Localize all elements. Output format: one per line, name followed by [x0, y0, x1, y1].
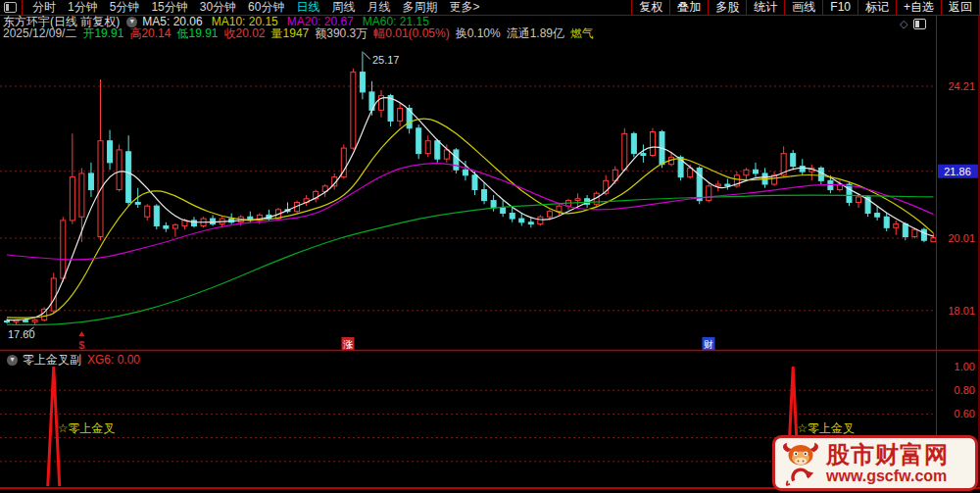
button-返回[interactable]: 返回 — [942, 0, 980, 15]
info-field: 开19.91 — [82, 27, 123, 39]
row2-icons: ◇ — [900, 18, 926, 30]
period-tabs: 分时1分钟5分钟15分钟30分钟60分钟日线周线月线多周期更多> — [26, 0, 485, 15]
trading-app-window: 分时1分钟5分钟15分钟30分钟60分钟日线周线月线多周期更多> 复权叠加多股统… — [0, 0, 980, 493]
info-field: 量1947 — [271, 27, 310, 39]
indicator-name: 零上金叉副 — [23, 354, 81, 367]
panel-layout-icon[interactable] — [913, 19, 926, 29]
tab-5分钟[interactable]: 5分钟 — [104, 0, 146, 15]
candlestick-chart[interactable] — [0, 40, 935, 350]
toolbar-divider — [22, 0, 23, 15]
svg-text:0.60: 0.60 — [955, 408, 975, 419]
info-field: 幅0.01(0.05%) — [373, 27, 449, 39]
watermark: 股市财富网 www.gscfw.com — [772, 435, 978, 491]
tab-60分钟[interactable]: 60分钟 — [242, 0, 290, 15]
toolbar-buttons: 复权叠加多股统计画线F10标记+自选返回 — [631, 0, 980, 15]
tab-周线[interactable]: 周线 — [325, 0, 361, 15]
svg-text:☆零上金叉: ☆零上金叉 — [58, 421, 116, 435]
button-叠加[interactable]: 叠加 — [670, 0, 709, 15]
tab-月线[interactable]: 月线 — [361, 0, 396, 15]
button-F10[interactable]: F10 — [823, 0, 858, 15]
button-多股[interactable]: 多股 — [709, 0, 747, 15]
info-field: 收20.02 — [224, 27, 266, 39]
button-画线[interactable]: 画线 — [785, 0, 823, 15]
svg-text:20.01: 20.01 — [948, 232, 975, 244]
bull-logo-icon — [779, 440, 822, 487]
info-field: 流通1.89亿 — [507, 27, 564, 39]
info-field: 换0.10% — [456, 27, 501, 39]
svg-text:0.80: 0.80 — [955, 384, 975, 396]
toolbar: 分时1分钟5分钟15分钟30分钟60分钟日线周线月线多周期更多> 复权叠加多股统… — [0, 0, 980, 16]
subpanel-header: ▾ 零上金叉副 XG6: 0.00 — [2, 354, 140, 367]
tab-日线[interactable]: 日线 — [290, 0, 325, 15]
button-+自选[interactable]: +自选 — [897, 0, 942, 15]
diamond-icon[interactable]: ◇ — [900, 18, 907, 30]
info-field: 2025/12/09/二 — [3, 27, 76, 39]
button-复权[interactable]: 复权 — [632, 0, 670, 15]
info-field: 高20.14 — [129, 27, 171, 39]
ohlc-info-row: 2025/12/09/二开19.91高20.14低19.91收20.02量194… — [3, 27, 600, 39]
info-field: 燃气 — [570, 27, 594, 39]
svg-text:1.00: 1.00 — [955, 361, 975, 372]
tab-更多>[interactable]: 更多> — [443, 0, 485, 15]
tab-1分钟[interactable]: 1分钟 — [62, 0, 104, 15]
button-标记[interactable]: 标记 — [858, 0, 897, 15]
svg-text:24.21: 24.21 — [948, 80, 975, 92]
indicator-value: XG6: 0.00 — [87, 354, 140, 367]
chevron-down-icon[interactable]: ▾ — [7, 355, 18, 366]
watermark-url: www.gscfw.com — [826, 468, 949, 485]
button-统计[interactable]: 统计 — [747, 0, 785, 15]
tab-15分钟[interactable]: 15分钟 — [145, 0, 193, 15]
tab-多周期[interactable]: 多周期 — [396, 0, 443, 15]
tab-30分钟[interactable]: 30分钟 — [194, 0, 242, 15]
window-layout-icon[interactable] — [4, 2, 17, 13]
svg-text:☆零上金叉: ☆零上金叉 — [797, 421, 855, 435]
chevron-down-icon[interactable]: ▾ — [126, 17, 137, 27]
info-field: 低19.91 — [176, 27, 218, 39]
svg-text:21.86: 21.86 — [944, 166, 971, 177]
info-field: 额390.3万 — [315, 27, 368, 39]
svg-text:18.01: 18.01 — [948, 305, 975, 317]
watermark-site-name: 股市财富网 — [826, 442, 949, 468]
tab-分时[interactable]: 分时 — [26, 0, 62, 15]
